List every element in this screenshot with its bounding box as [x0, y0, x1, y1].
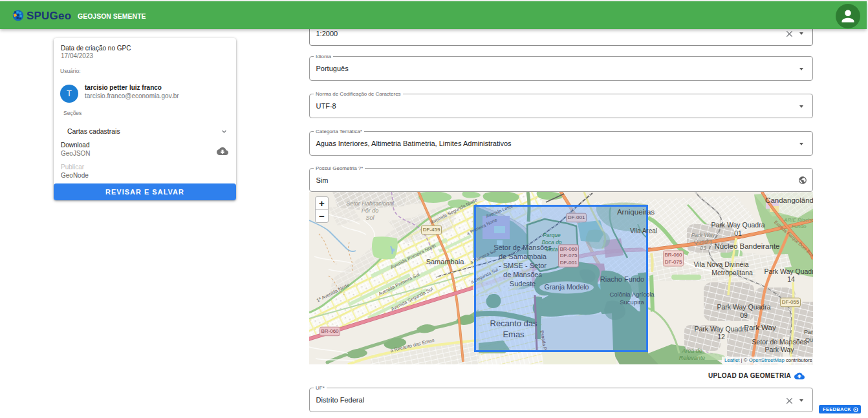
svg-text:de Mansões: de Mansões — [503, 271, 542, 278]
svg-text:Park Way Quadra: Park Way Quadra — [764, 267, 813, 275]
svg-text:Quadra: Quadra — [694, 238, 713, 245]
svg-text:Emas: Emas — [503, 329, 525, 339]
svg-text:Relevante: Relevante — [679, 355, 706, 361]
svg-text:- SMSE - Setor: - SMSE - Setor — [499, 262, 547, 269]
svg-text:ARIE Riacho: ARIE Riacho — [783, 217, 813, 223]
svg-text:Vila Nova Divinéia: Vila Nova Divinéia — [693, 260, 748, 268]
svg-text:Candangolândia: Candangolândia — [765, 196, 813, 204]
svg-text:Qu: Qu — [805, 337, 813, 343]
svg-text:Park Way: Park Way — [691, 232, 715, 238]
svg-text:Fundo: Fundo — [792, 224, 807, 229]
svg-text:Boca do: Boca do — [541, 239, 561, 246]
svg-text:Granja Modelo: Granja Modelo — [545, 283, 589, 291]
svg-text:Metropolitana: Metropolitana — [711, 269, 753, 277]
svg-text:Parque: Parque — [543, 232, 561, 238]
svg-text:Sol: Sol — [365, 214, 374, 221]
svg-text:Samambaia: Samambaia — [426, 258, 465, 266]
svg-text:Sucupira: Sucupira — [620, 298, 644, 306]
svg-text:09: 09 — [740, 311, 748, 319]
svg-text:Riacho Fundo: Riacho Fundo — [600, 275, 645, 283]
svg-text:Park Way Quadra: Park Way Quadra — [717, 303, 770, 311]
svg-text:Setor Habitacional: Setor Habitacional — [346, 200, 395, 207]
svg-text:Sudeste: Sudeste — [510, 280, 536, 287]
svg-text:Vila Areal: Vila Areal — [630, 227, 657, 235]
svg-text:Arniqueiras: Arniqueiras — [617, 208, 655, 216]
svg-text:Park Way Quadra: Park Way Quadra — [711, 221, 765, 229]
svg-text:12: 12 — [717, 333, 725, 340]
svg-text:DF-459: DF-459 — [423, 227, 440, 233]
svg-text:de Samambaia: de Samambaia — [499, 253, 547, 260]
svg-text:Pôr do: Pôr do — [362, 207, 379, 214]
svg-text:Recanto das: Recanto das — [490, 319, 537, 328]
svg-text:Área de: Área de — [681, 348, 702, 354]
svg-text:Park Way: Park Way — [765, 346, 794, 353]
svg-text:Setor de Mansões: Setor de Mansões — [752, 338, 807, 346]
svg-text:DF-001: DF-001 — [568, 214, 585, 220]
svg-text:DF-075: DF-075 — [560, 253, 578, 258]
svg-text:DF-075: DF-075 — [665, 259, 682, 265]
svg-text:DF-055: DF-055 — [782, 299, 799, 305]
svg-text:DF-001: DF-001 — [560, 260, 578, 266]
svg-text:BR-060: BR-060 — [559, 246, 578, 252]
svg-text:14: 14 — [787, 275, 795, 283]
svg-text:Par: Par — [804, 329, 813, 335]
svg-text:Park Way: Park Way — [744, 324, 776, 331]
svg-text:BR-060: BR-060 — [664, 252, 682, 258]
svg-text:BR-060: BR-060 — [321, 328, 339, 334]
svg-text:03: 03 — [700, 245, 706, 251]
svg-text:Park Way Quadra: Park Way Quadra — [694, 325, 748, 333]
svg-text:Mota: Mota — [546, 246, 558, 253]
svg-text:01: 01 — [734, 229, 742, 237]
svg-text:Colônia Agrícola: Colônia Agrícola — [609, 291, 655, 298]
svg-text:Núcleo Bandeirante: Núcleo Bandeirante — [714, 242, 779, 250]
